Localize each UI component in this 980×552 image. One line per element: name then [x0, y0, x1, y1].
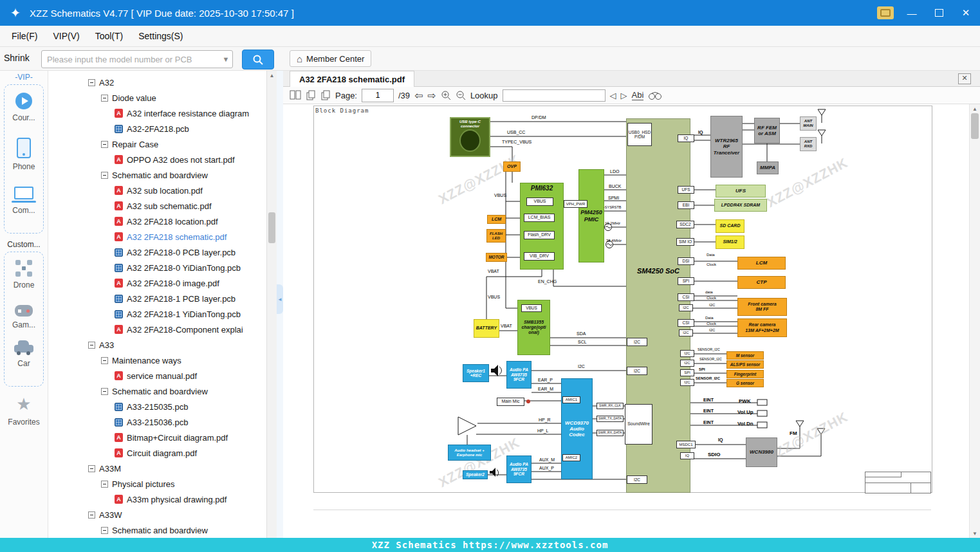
menu-item-toolt[interactable]: Tool(T) — [88, 31, 131, 41]
viewer-scrollbar-thumb[interactable] — [971, 113, 979, 139]
tree-item[interactable]: Schematic and boardview — [48, 522, 267, 538]
tree-item[interactable]: A32-2FA218.pcb — [48, 121, 267, 136]
tree-item[interactable]: A32 sub schematic.pdf — [48, 198, 267, 214]
tree-item[interactable]: A32 2FA218-1 YiDianTong.pcb — [48, 306, 267, 322]
tree-item[interactable]: Bitmap+Circuit diagram.pdf — [48, 430, 267, 445]
tree-item[interactable]: A33 — [48, 337, 267, 353]
tree-item[interactable]: A32 sub location.pdf — [48, 183, 267, 198]
wire-label: SENSOR_I2C — [696, 376, 720, 380]
member-center-button[interactable]: ⌂ Member Center — [290, 50, 371, 67]
next-page-icon[interactable]: ⇨ — [427, 89, 436, 102]
menu-item-filef[interactable]: File(F) — [4, 31, 45, 41]
shrink-button[interactable]: Shrink — [4, 53, 30, 63]
collapse-icon[interactable] — [101, 527, 108, 534]
tree-item[interactable]: A33M — [48, 461, 267, 476]
tree-item[interactable]: A32 2FA218 schematic.pdf — [48, 229, 267, 244]
collapse-icon[interactable] — [88, 342, 95, 349]
tree-item-label: A32 2FA218 schematic.pdf — [127, 232, 227, 242]
panel-splitter[interactable]: ◄ — [277, 71, 283, 538]
collapse-icon[interactable] — [88, 79, 95, 86]
search-button[interactable] — [242, 50, 274, 69]
tree-item[interactable]: A32 2FA218-0 PCB layer.pcb — [48, 244, 267, 260]
tree-item[interactable]: A33W — [48, 507, 267, 522]
zoom-in-icon[interactable] — [441, 90, 451, 100]
collapse-icon[interactable] — [101, 95, 108, 102]
pdf-content[interactable]: Block Diagram — [283, 104, 970, 538]
audio-pa-1: Audio PAAW87359FCR — [506, 361, 532, 389]
scroll-down-icon[interactable]: ▼ — [970, 531, 980, 537]
viewer-scrollbar[interactable]: ▲ ▼ — [969, 104, 980, 538]
tree-item[interactable]: A32 2FA218 location.pdf — [48, 214, 267, 229]
wire-label: Vol Dn — [737, 421, 753, 427]
sidebar-item-com[interactable]: Com... — [5, 187, 43, 215]
tree-item[interactable]: service manual.pdf — [48, 368, 267, 383]
match-case-toggle[interactable]: Abi — [632, 90, 644, 100]
tree-scrollbar[interactable]: ▲ — [266, 71, 277, 538]
close-document-icon[interactable]: ✕ — [958, 73, 971, 84]
scroll-up-icon[interactable]: ▲ — [970, 104, 980, 112]
collapse-icon[interactable] — [101, 357, 108, 364]
lookup-input[interactable] — [503, 89, 606, 102]
tree-item[interactable]: A33-215036.pcb — [48, 414, 267, 430]
sidebar-item-phone[interactable]: Phone — [5, 138, 43, 171]
wire-label: FM — [790, 431, 797, 436]
sidebar-item-cour[interactable]: Cour... — [5, 93, 43, 122]
zoom-out-icon[interactable] — [456, 90, 466, 100]
tree-item[interactable]: A33m physical drawing.pdf — [48, 492, 267, 507]
front-camera: Front camera8M FF — [737, 298, 787, 316]
mmpa: MMPA — [757, 161, 779, 174]
document-tab[interactable]: A32 2FA218 schematic.pdf — [290, 71, 414, 87]
search-input[interactable] — [42, 55, 219, 64]
find-next-icon[interactable]: ▷ — [621, 91, 627, 100]
wtr2965: WTR2965RFTranceiver — [710, 116, 743, 178]
collapse-icon[interactable] — [101, 388, 108, 395]
tree-item[interactable]: A32 2FA218-0 image.pdf — [48, 275, 267, 291]
tree-item[interactable]: Diode value — [48, 90, 267, 106]
previous-page-icon[interactable]: ⇦ — [414, 89, 423, 102]
sidebar-item-favorites[interactable]: Favorites — [0, 396, 48, 427]
tree-item[interactable]: Physical pictures — [48, 476, 267, 492]
pdf-file-icon — [115, 279, 123, 288]
collapse-icon[interactable] — [88, 465, 95, 472]
collapse-icon[interactable] — [101, 172, 108, 179]
sidebar-item-car[interactable]: Car — [5, 345, 43, 368]
copy-page-icon[interactable] — [306, 90, 316, 100]
minimize-button[interactable]: — — [903, 4, 921, 22]
tree-item[interactable]: A32 2FA218-0 YiDianTong.pcb — [48, 260, 267, 275]
maximize-button[interactable] — [930, 4, 948, 22]
tree-item[interactable]: Schematic and boardview — [48, 167, 267, 183]
collapse-panel-handle[interactable]: ◄ — [277, 284, 283, 314]
collapse-icon[interactable] — [88, 511, 95, 519]
close-button[interactable]: ✕ — [957, 4, 975, 22]
tree-item[interactable]: Maintenance ways — [48, 353, 267, 368]
collapse-icon[interactable] — [101, 481, 108, 488]
collapse-icon[interactable] — [101, 141, 108, 148]
tree-item[interactable]: A32 — [48, 75, 267, 90]
menu-item-settingss[interactable]: Settings(S) — [131, 31, 190, 41]
sidebar-item-gam[interactable]: Gam... — [5, 305, 43, 329]
search-icon — [252, 54, 264, 66]
menu-bar: File(F)VIP(V)Tool(T)Settings(S) — [0, 26, 980, 47]
scroll-up-icon[interactable]: ▲ — [267, 71, 277, 78]
tree-item[interactable]: Schematic and boardview — [48, 383, 267, 399]
tree-item[interactable]: Repair Case — [48, 136, 267, 152]
tree-scrollbar-thumb[interactable] — [268, 212, 275, 243]
tree-item[interactable]: OPPO A32 does not start.pdf — [48, 152, 267, 167]
title-bar: ✦ XZZ Schematics V4.77 [ VIP Due date: 2… — [0, 0, 980, 26]
two-page-view-icon[interactable] — [290, 90, 301, 100]
wire-label: HP_L — [537, 428, 549, 433]
tree-item[interactable]: A32 2FA218-Component explai — [48, 322, 267, 337]
page-number-input[interactable] — [362, 89, 394, 102]
sidebar-item-drone[interactable]: Drone — [5, 260, 43, 290]
binoculars-icon[interactable] — [648, 91, 662, 100]
paste-page-icon[interactable] — [320, 90, 331, 100]
vip-card-icon[interactable] — [877, 6, 894, 19]
menu-item-vipv[interactable]: VIP(V) — [45, 31, 87, 41]
tree-item[interactable]: A33-215035.pcb — [48, 399, 267, 414]
find-previous-icon[interactable]: ◁ — [610, 91, 616, 100]
tree-item[interactable]: Circuit diagram.pdf — [48, 445, 267, 461]
tree-item[interactable]: A32 interface resistance diagram — [48, 106, 267, 121]
amic2-port: AMIC2 — [562, 454, 580, 461]
tree-item[interactable]: A32 2FA218-1 PCB layer.pcb — [48, 291, 267, 306]
chevron-down-icon[interactable]: ▼ — [219, 55, 232, 63]
